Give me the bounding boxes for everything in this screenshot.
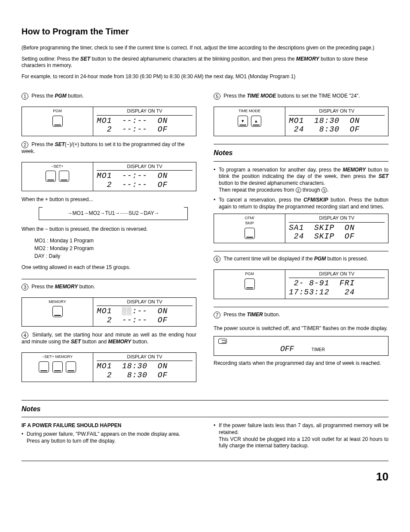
bottom-left-col: IF A POWER FAILURE SHOULD HAPPEN During … <box>21 422 196 453</box>
notes-list-right: To program a reservation for another day… <box>214 167 389 211</box>
panel-cfm-head: CFM/ SKIP <box>215 216 284 226</box>
definitions: MO1 : Monday 1 Program MO2 : Monday 2 Pr… <box>34 237 196 260</box>
step-6: 6 The current time will be displayed if … <box>214 256 389 263</box>
step-1-number: 1 <box>21 93 28 100</box>
notes-heading-bottom: Notes <box>21 405 389 414</box>
timer-off-text: OFF <box>280 344 294 354</box>
left-column: 1 Press the PGM button. PGM DISPLAY ON T… <box>21 93 196 387</box>
bottom-note-2: If the power failure lasts less than 7 d… <box>214 422 389 449</box>
note-r2: To cancel a reservation, press the CFM/S… <box>214 197 389 210</box>
power-failure-heading: IF A POWER FAILURE SHOULD HAPPEN <box>21 422 196 429</box>
display-5-line1: MO1 18:30 ON <box>289 116 385 125</box>
display-cfm-line1: SA1 SKIP ON <box>289 223 385 232</box>
set-minus-button-icon <box>46 171 56 182</box>
right-column: 5 Press the TIME MODE buttons to set the… <box>214 93 389 387</box>
panel-cfm: CFM/ SKIP DISPLAY ON TV SA1 SKIP ON 24 S… <box>214 214 389 243</box>
intro-p2: Setting outline: Press the SET button to… <box>21 56 389 69</box>
up-button-icon: ▴ <box>251 116 261 127</box>
display-4-line2: 2 8:30 OF <box>97 371 193 380</box>
set-minus-button-icon <box>39 361 49 373</box>
step-7: 7 Press the TIMER button. <box>214 312 389 318</box>
timer-display-box: OFF TIMER <box>214 336 389 356</box>
panel-3: MEMORY DISPLAY ON TV MO1 ░░:-- ON 2 --:-… <box>21 297 196 327</box>
panel-1-head: PGM <box>23 109 92 114</box>
step-7-para1: The power source is switched off, and "T… <box>214 325 389 332</box>
one-setting: One setting allowed in each of these 15 … <box>21 264 196 271</box>
note-r1: To program a reservation for another day… <box>214 167 389 193</box>
display-cfm-line2: 24 SKIP OF <box>289 232 385 241</box>
cassette-icon <box>218 339 227 344</box>
minus-text: When the − button is pressed, the direct… <box>21 226 196 233</box>
sequence-box: →MO1→MO2→TU1→······SU2→DAY→ <box>39 208 188 220</box>
bottom-notes-section: Notes IF A POWER FAILURE SHOULD HAPPEN D… <box>21 400 389 461</box>
memory-button-icon <box>52 306 63 317</box>
panel-5: TIME MODE ▾ ▴ DISPLAY ON TV MO1 18:30 ON… <box>214 107 389 136</box>
step-1: 1 Press the PGM button. <box>21 93 196 100</box>
step-4: 4 Similarly, set the starting hour and m… <box>21 332 196 345</box>
step-3-number: 3 <box>21 284 28 290</box>
step-5-number: 5 <box>214 93 220 100</box>
display-header: DISPLAY ON TV <box>97 108 193 115</box>
timer-label: TIMER <box>312 347 325 352</box>
panel-2-head: −SET+ <box>23 164 92 169</box>
step-5: 5 Press the TIME MODE buttons to set the… <box>214 93 389 100</box>
display-1-line1: MO1 --:-- ON <box>97 116 193 125</box>
panel-6: PGM DISPLAY ON TV 2- 8-91 FRI 17:53:12 2… <box>214 269 389 299</box>
display-2-line1: MO1 --:-- ON <box>97 171 193 180</box>
display-3-line1: MO1 ░░:-- ON <box>97 307 193 316</box>
panel-1: PGM DISPLAY ON TV MO1 --:-- ON 2 --:-- O… <box>21 107 196 136</box>
panel-4-head: −SET+ MEMORY <box>23 355 92 360</box>
step-2: 2 Press the SET(−)/(+) buttons to set it… <box>21 141 196 155</box>
step-4-number: 4 <box>21 332 28 339</box>
display-6-line2: 17:53:12 24 <box>289 288 385 297</box>
memory-button-icon <box>66 361 76 373</box>
step-7-para2: Recording starts when the programmed day… <box>214 360 389 367</box>
step-7-number: 7 <box>214 312 220 318</box>
notes-heading-right: Notes <box>214 149 389 158</box>
display-1-line2: 2 --:-- OF <box>97 125 193 134</box>
step-3: 3 Press the MEMORY button. <box>21 284 196 290</box>
display-6-line1: 2- 8-91 FRI <box>289 279 385 288</box>
page-number: 10 <box>21 470 389 484</box>
bottom-note-1: During power failure, "PW.FAIL" appears … <box>21 431 196 444</box>
display-2-line2: 2 --:-- OF <box>97 180 193 190</box>
panel-6-head: PGM <box>215 272 284 277</box>
set-plus-button-icon <box>52 361 63 373</box>
page-title: How to Program the Timer <box>21 26 389 37</box>
panel-5-head: TIME MODE <box>215 109 284 114</box>
display-5-line2: 24 8:30 OF <box>289 125 385 134</box>
display-3-line2: 2 --:-- OF <box>97 316 193 325</box>
set-plus-button-icon <box>59 171 69 182</box>
pgm-button-icon <box>245 278 255 290</box>
display-4-line1: MO1 18:30 ON <box>97 362 193 371</box>
plus-text: When the + button is pressed... <box>21 196 196 203</box>
panel-2: −SET+ DISPLAY ON TV MO1 --:-- ON 2 --:--… <box>21 162 196 192</box>
cfm-skip-button-icon <box>245 228 255 239</box>
intro-block: (Before programming the timer, check to … <box>21 45 389 80</box>
down-button-icon: ▾ <box>238 116 248 127</box>
step-2-number: 2 <box>21 141 28 148</box>
intro-p1: (Before programming the timer, check to … <box>21 45 389 52</box>
pgm-button-icon <box>52 116 63 127</box>
panel-4: −SET+ MEMORY DISPLAY ON TV MO1 18:30 ON … <box>21 352 196 382</box>
intro-p3: For example, to record in 24-hour mode f… <box>21 73 389 80</box>
panel-3-head: MEMORY <box>23 300 92 305</box>
step-6-number: 6 <box>214 256 220 263</box>
bottom-right-col: If the power failure lasts less than 7 d… <box>214 422 389 453</box>
